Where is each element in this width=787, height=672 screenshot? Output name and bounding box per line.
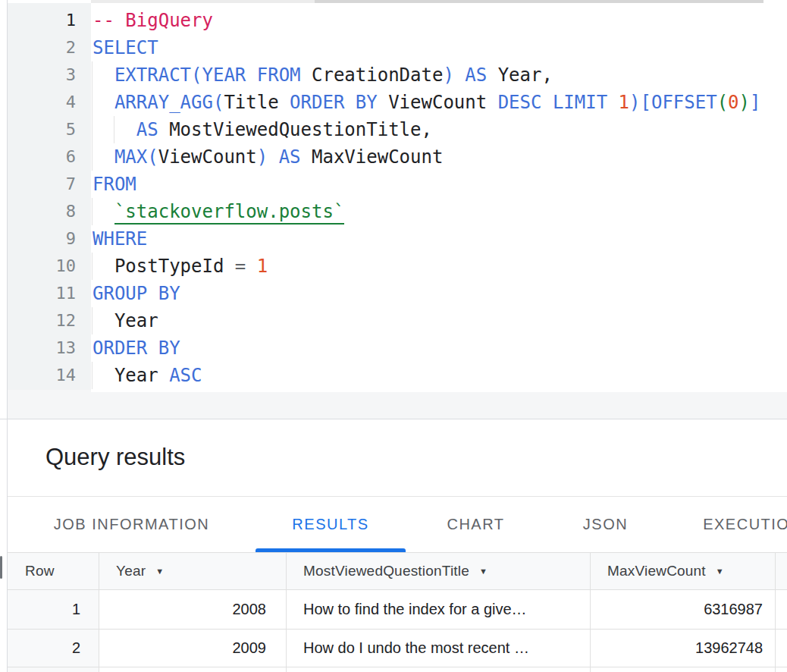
- query-results-title: Query results: [45, 444, 185, 471]
- line-number: 5: [8, 116, 91, 143]
- sort-arrow-icon[interactable]: ▼: [479, 567, 488, 576]
- table-cell: 2008: [99, 590, 286, 629]
- code-token: Year,: [498, 64, 553, 86]
- code-token: [92, 146, 114, 168]
- code-line[interactable]: AS MostViewedQuestionTitle,: [91, 116, 787, 143]
- code-token: 1: [257, 256, 268, 277]
- tab-execution-details[interactable]: EXECUTION DETAILS: [665, 497, 787, 552]
- code-token: Year: [114, 365, 169, 386]
- line-number: 7: [8, 171, 91, 198]
- grid-line: [7, 667, 787, 667]
- code-line[interactable]: ARRAY_AGG(Title ORDER BY ViewCount DESC …: [91, 89, 787, 116]
- line-number: 6: [8, 143, 91, 171]
- code-line[interactable]: SELECT: [91, 34, 787, 61]
- line-number: 3: [8, 61, 91, 89]
- code-line[interactable]: -- BigQuery: [91, 7, 787, 34]
- line-number: 9: [8, 225, 91, 253]
- tab-label: CHART: [447, 516, 504, 532]
- code-token: ViewCount: [158, 146, 257, 168]
- code-token: -- BigQuery: [92, 10, 213, 31]
- vertical-scrollbar-thumb[interactable]: [0, 556, 2, 579]
- editor-results-divider: [0, 419, 787, 419]
- code-line[interactable]: PostTypeId = 1: [91, 253, 787, 280]
- column-header-label: MaxViewCount: [607, 563, 706, 579]
- line-number: 12: [8, 307, 91, 334]
- line-number: 11: [8, 280, 91, 307]
- tab-label: JSON: [583, 516, 628, 532]
- table-cell: 2009: [99, 630, 286, 667]
- table-cell: 13962748: [590, 630, 776, 667]
- code-token: PostTypeId: [114, 256, 235, 277]
- line-number: 10: [8, 253, 91, 280]
- sort-arrow-icon[interactable]: ▼: [155, 567, 164, 576]
- line-number: 8: [8, 198, 91, 225]
- code-token: `stackoverflow.posts`: [114, 201, 344, 225]
- code-token: FROM: [92, 174, 136, 195]
- code-token: ): [739, 92, 750, 113]
- tab-json[interactable]: JSON: [546, 497, 665, 552]
- column-header-maxviewcount[interactable]: MaxViewCount▼: [590, 552, 776, 590]
- code-token: [92, 365, 114, 386]
- code-line[interactable]: ORDER BY: [91, 334, 787, 362]
- code-token: DESC LIMIT: [487, 92, 618, 113]
- code-line[interactable]: Year ASC: [91, 362, 787, 389]
- code-token: CreationDate: [312, 64, 443, 86]
- tab-results[interactable]: RESULTS: [256, 497, 406, 552]
- code-line[interactable]: MAX(ViewCount) AS MaxViewCount: [91, 143, 787, 171]
- line-number: 1: [8, 7, 91, 34]
- column-header-label: Year: [116, 563, 146, 579]
- tab-chart[interactable]: CHART: [406, 497, 546, 552]
- column-header-row[interactable]: Row: [7, 552, 99, 590]
- tab-label: RESULTS: [292, 516, 368, 532]
- code-token: =: [235, 256, 246, 277]
- code-line[interactable]: FROM: [91, 171, 787, 198]
- code-token: )[OFFSET: [629, 92, 717, 113]
- code-line[interactable]: EXTRACT(YEAR FROM CreationDate) AS Year,: [91, 61, 787, 89]
- column-resize-handle[interactable]: [764, 577, 773, 586]
- line-number: 13: [8, 334, 91, 362]
- code-token: [92, 256, 114, 277]
- code-line[interactable]: WHERE: [91, 225, 787, 253]
- code-token: [92, 201, 114, 222]
- column-resize-handle[interactable]: [87, 577, 96, 586]
- column-resize-handle[interactable]: [578, 577, 588, 586]
- column-header-label: MostViewedQuestionTitle: [303, 563, 469, 579]
- code-token: MaxViewCount: [312, 146, 443, 168]
- code-token: (: [717, 92, 728, 113]
- tab-label: EXECUTION DETAILS: [703, 516, 787, 532]
- code-token: ORDER BY: [92, 338, 180, 359]
- row-number-column-background: [7, 590, 99, 672]
- code-token: ) AS: [443, 64, 497, 86]
- code-token: Title: [224, 92, 278, 113]
- code-token: ARRAY_AGG(: [114, 92, 224, 113]
- tab-label: JOB INFORMATION: [54, 516, 209, 532]
- column-header-year[interactable]: Year▼: [99, 552, 286, 590]
- code-line[interactable]: GROUP BY: [91, 280, 787, 307]
- code-token: ORDER BY: [279, 92, 389, 113]
- code-token: [92, 92, 114, 113]
- code-token: 1: [619, 92, 629, 113]
- gutter: 1234567891011121314: [8, 3, 91, 390]
- sort-arrow-icon[interactable]: ▼: [716, 567, 724, 576]
- bigquery-panel: 1234567891011121314 -- BigQuerySELECT EX…: [0, 0, 787, 672]
- table-cell: 6316987: [590, 590, 776, 629]
- tab-job-information[interactable]: JOB INFORMATION: [8, 497, 256, 552]
- code-token: [92, 119, 136, 140]
- code-token: EXTRACT(YEAR FROM: [114, 64, 312, 86]
- results-tab-bar: JOB INFORMATIONRESULTSCHARTJSONEXECUTION…: [8, 497, 787, 552]
- column-header-mostviewedquestiontitle[interactable]: MostViewedQuestionTitle▼: [286, 552, 590, 590]
- panel-left-border: [7, 0, 8, 672]
- code-token: WHERE: [92, 228, 147, 250]
- column-header-label: Row: [25, 563, 55, 579]
- line-number: 2: [8, 34, 91, 61]
- code-line[interactable]: Year: [91, 307, 787, 334]
- grid-line: [7, 629, 787, 630]
- code-lines[interactable]: -- BigQuerySELECT EXTRACT(YEAR FROM Crea…: [91, 3, 787, 392]
- column-resize-handle[interactable]: [274, 577, 284, 586]
- line-number: 14: [8, 362, 91, 389]
- table-cell: How to find the index for a give…: [286, 590, 590, 629]
- code-line[interactable]: `stackoverflow.posts`: [91, 198, 787, 225]
- table-cell: How do I undo the most recent …: [286, 630, 590, 667]
- code-token: MostViewedQuestionTitle,: [169, 119, 432, 140]
- code-token: Year: [114, 310, 158, 331]
